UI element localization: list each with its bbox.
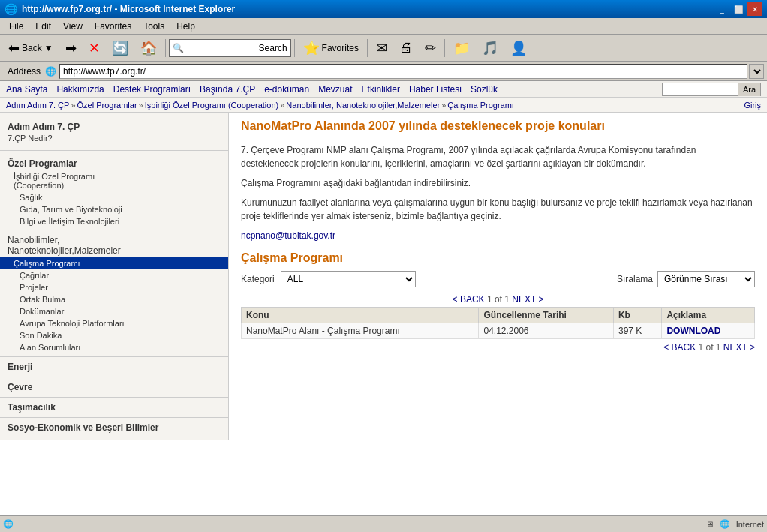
paragraph-1: 7. Çerçeve Programı NMP alanı Çalışma Pr… (241, 143, 755, 170)
download-link[interactable]: DOWNLOAD (666, 326, 720, 336)
sidebar-item-avrupa[interactable]: Avrupa Teknoloji Platformları (0, 317, 228, 329)
back-label: Back (22, 43, 42, 53)
back-link-top[interactable]: < BACK (453, 294, 485, 305)
data-table: Konu Güncellenme Tarihi Kb Açıklama Nano… (241, 307, 755, 339)
breadcrumb-sep-2: » (139, 101, 143, 110)
edit-icon: ✏ (425, 40, 436, 56)
favorites-button[interactable]: ⭐ Favorites (298, 38, 364, 59)
breadcrumb-item-4[interactable]: Nanobilimler, Nanoteknolojiler,Malzemele… (286, 101, 440, 110)
sidebar-item-alan[interactable]: Alan Sorumluları (0, 341, 228, 353)
menu-bar: File Edit View Favorites Tools Help (0, 18, 767, 35)
close-button[interactable]: ✕ (747, 2, 762, 16)
stop-button[interactable]: ✕ (83, 38, 105, 59)
filter-select[interactable]: ALL (281, 271, 416, 287)
toolbar: ⬅ Back ▼ ➡ ✕ 🔄 🏠 🔍 Search ⭐ Favorites ✉ … (0, 35, 767, 62)
sep3 (367, 39, 368, 57)
nav-edokuman[interactable]: e-doküman (264, 84, 309, 95)
minimize-button[interactable]: _ (714, 2, 729, 16)
sidebar-item-bilgi[interactable]: Bilgi ve İletişim Teknolojileri (0, 215, 228, 227)
print-icon: 🖨 (399, 40, 413, 56)
media-icon: 🎵 (482, 40, 498, 56)
search-input[interactable] (184, 43, 259, 53)
folder-button[interactable]: 📁 (448, 38, 475, 59)
favorites-icon: ⭐ (303, 40, 320, 56)
nav-hakkimizda[interactable]: Hakkımızda (56, 84, 104, 95)
sidebar-item-ortak[interactable]: Ortak Bulma (0, 293, 228, 305)
cell-tarih: 04.12.2006 (479, 323, 613, 338)
sidebar-item-saglik[interactable]: Sağlık (0, 191, 228, 203)
sort-select[interactable]: Görünme Sırası (657, 271, 755, 287)
sidebar-category-sosyo[interactable]: Sosyo-Ekonomik ve Beşeri Bilimler (0, 417, 228, 434)
back-dropdown-icon[interactable]: ▼ (44, 43, 53, 53)
media-button[interactable]: 🎵 (477, 38, 504, 59)
nav-search-input[interactable] (663, 85, 738, 94)
nav-sozluk[interactable]: Sözlük (471, 84, 498, 95)
breadcrumb-item-1[interactable]: Adım Adım 7. ÇP (6, 101, 69, 110)
breadcrumb-sep-4: » (441, 101, 446, 110)
ie-icon: 🌐 (5, 3, 17, 15)
menu-tools[interactable]: Tools (137, 20, 170, 33)
status-bar: 🌐 🖥 🌐 Internet (0, 515, 767, 532)
menu-edit[interactable]: Edit (29, 20, 57, 33)
print-button[interactable]: 🖨 (394, 38, 418, 59)
internet-zone: Internet (736, 520, 764, 529)
breadcrumb-item-3[interactable]: İşbirliği Özel Programı (Cooperation) (145, 101, 279, 110)
home-button[interactable]: 🏠 (135, 38, 162, 59)
address-dropdown[interactable] (749, 64, 764, 79)
address-input[interactable] (59, 64, 747, 79)
sidebar-item-cagrılar[interactable]: Çağrılar (0, 269, 228, 281)
menu-file[interactable]: File (3, 20, 29, 33)
email-link[interactable]: ncpnano@tubitak.gov.tr (241, 230, 335, 241)
edit-button[interactable]: ✏ (420, 38, 441, 59)
nav-mevzuat[interactable]: Mevzuat (318, 84, 352, 95)
sidebar-item-projeler[interactable]: Projeler (0, 281, 228, 293)
sidebar-category-enerji[interactable]: Enerji (0, 356, 228, 374)
sidebar-item-sondakika[interactable]: Son Dakika (0, 329, 228, 341)
pagination-top: < BACK 1 of 1 NEXT > (241, 292, 755, 307)
refresh-button[interactable]: 🔄 (107, 38, 134, 59)
next-link-top[interactable]: NEXT > (512, 294, 543, 305)
col-konu: Konu (242, 307, 479, 323)
menu-favorites[interactable]: Favorites (89, 20, 137, 33)
nav-anasayfa[interactable]: Ana Sayfa (6, 84, 47, 95)
menu-view[interactable]: View (57, 20, 89, 33)
sidebar-item-calisma[interactable]: Çalışma Programı (0, 257, 228, 269)
nav-bar: Ana Sayfa Hakkımızda Destek Programları … (0, 81, 767, 98)
mail-button[interactable]: ✉ (371, 38, 393, 59)
nav-search-box[interactable]: Ara (662, 83, 761, 96)
sidebar-item-gida[interactable]: Gıda, Tarım ve Biyoteknoloji (0, 203, 228, 215)
breadcrumb-item-2[interactable]: Özel Programlar (77, 101, 137, 110)
back-link-bottom[interactable]: < BACK (663, 342, 696, 353)
back-button[interactable]: ⬅ Back ▼ (3, 38, 59, 59)
col-kb: Kb (613, 307, 661, 323)
menu-help[interactable]: Help (170, 20, 201, 33)
sidebar-section1-sub[interactable]: 7.ÇP Nedir? (0, 134, 228, 146)
search-label: Search (259, 43, 287, 53)
page-title: NanoMatPro Alanında 2007 yılında destekl… (241, 119, 755, 134)
sidebar-item-cooperation[interactable]: İşbirliği Özel Programı(Cooperation) (0, 170, 228, 191)
search-box[interactable]: 🔍 Search (169, 39, 291, 57)
breadcrumb-item-5[interactable]: Çalışma Programı (447, 101, 514, 110)
messenger-button[interactable]: 👤 (505, 38, 532, 59)
forward-button[interactable]: ➡ (60, 38, 82, 59)
breadcrumb-login[interactable]: Giriş (744, 101, 761, 110)
page-content: NanoMatPro Alanında 2007 yılında destekl… (229, 113, 767, 362)
paragraph-2: Çalışma Programını aşağıdaki bağlantıdan… (241, 176, 755, 190)
nav-search-button[interactable]: Ara (738, 83, 760, 96)
nav-basinda[interactable]: Başında 7.ÇP (200, 84, 255, 95)
nav-etkinlikler[interactable]: Etkinlikler (362, 84, 400, 95)
sidebar-category-cevre[interactable]: Çevre (0, 377, 228, 394)
search-icon: 🔍 (173, 43, 184, 53)
nav-haberlistesi[interactable]: Haber Listesi (409, 84, 462, 95)
next-link-bottom[interactable]: NEXT > (723, 342, 755, 353)
section-title: Çalışma Programı (241, 251, 755, 265)
restore-button[interactable]: ⬜ (731, 2, 746, 16)
sidebar-group1-title[interactable]: Özel Programlar (0, 155, 228, 170)
nav-destek[interactable]: Destek Programları (113, 84, 191, 95)
sidebar: Adım Adım 7. ÇP 7.ÇP Nedir? Özel Program… (0, 113, 229, 440)
pagination-bottom: < BACK 1 of 1 NEXT > (241, 339, 755, 356)
sidebar-item-dokumanlar[interactable]: Dokümanlar (0, 305, 228, 317)
folder-icon: 📁 (453, 40, 470, 56)
breadcrumb: Adım Adım 7. ÇP » Özel Programlar » İşbi… (0, 98, 767, 113)
sidebar-category-tasimaci[interactable]: Taşımacılık (0, 397, 228, 414)
